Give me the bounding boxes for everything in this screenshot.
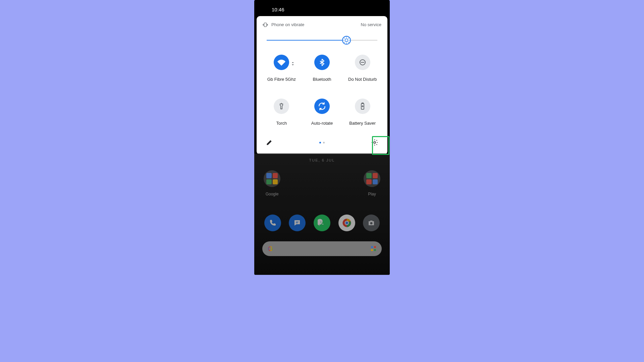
home-date: TUE, 6 JUL xyxy=(254,158,390,162)
svg-rect-15 xyxy=(362,103,363,104)
torch-tile[interactable]: Torch xyxy=(261,99,302,126)
svg-line-9 xyxy=(344,42,345,43)
folder-label: Google xyxy=(266,192,279,196)
bluetooth-icon xyxy=(314,55,330,70)
bluetooth-tile-label: Bluetooth xyxy=(313,77,331,82)
google-logo-icon: G xyxy=(268,245,273,253)
torch-icon xyxy=(274,99,289,114)
messages-app-icon[interactable] xyxy=(289,215,306,231)
auto-rotate-tile-label: Auto-rotate xyxy=(311,121,333,126)
status-bar-time: 10:46 xyxy=(272,7,284,12)
torch-tile-label: Torch xyxy=(276,121,287,126)
auto-rotate-icon xyxy=(314,99,330,114)
svg-point-23 xyxy=(345,222,348,225)
ringer-status-text: Phone on vibrate xyxy=(271,22,304,27)
chrome-app-icon[interactable] xyxy=(338,215,355,231)
google-folder[interactable]: Google xyxy=(264,170,280,196)
chevron-vertical-icon[interactable] xyxy=(291,61,294,67)
play-folder[interactable]: Play xyxy=(364,170,380,196)
battery-saver-icon xyxy=(355,99,370,114)
brightness-slider[interactable] xyxy=(267,37,377,43)
bluetooth-tile[interactable]: Bluetooth xyxy=(302,55,342,82)
phone-screen: 10:46 Phone on vibrate No service xyxy=(254,0,390,275)
home-dock xyxy=(254,215,390,231)
whatsapp-app-icon[interactable] xyxy=(314,215,330,231)
slider-fill xyxy=(267,40,346,41)
folder-icon xyxy=(364,170,380,187)
camera-app-icon[interactable] xyxy=(363,215,380,231)
folder-label: Play xyxy=(368,192,376,196)
battery-saver-tile-label: Battery Saver xyxy=(349,121,376,126)
wifi-icon xyxy=(274,55,289,70)
assistant-icon[interactable] xyxy=(371,246,376,251)
network-status-text: No service xyxy=(361,22,381,27)
quick-settings-panel: Phone on vibrate No service xyxy=(257,16,387,155)
brightness-thumb-icon[interactable] xyxy=(342,36,351,45)
auto-rotate-tile[interactable]: Auto-rotate xyxy=(302,99,342,126)
dnd-icon xyxy=(355,55,370,70)
vibrate-icon xyxy=(263,22,268,27)
svg-line-8 xyxy=(348,42,349,43)
home-clock: 10.46 xyxy=(254,138,390,155)
folder-icon xyxy=(264,170,280,187)
svg-line-10 xyxy=(348,38,349,39)
qs-tiles-grid: Gb Fibre 5Ghz Bluetooth Do Not Dist xyxy=(261,55,383,126)
svg-rect-0 xyxy=(264,23,267,26)
qs-header: Phone on vibrate No service xyxy=(261,22,383,27)
wifi-tile[interactable]: Gb Fibre 5Ghz xyxy=(261,55,302,82)
battery-saver-tile[interactable]: Battery Saver xyxy=(342,99,383,126)
dnd-tile-label: Do Not Disturb xyxy=(348,77,377,82)
google-search-bar[interactable]: G xyxy=(262,241,382,256)
wifi-tile-label: Gb Fibre 5Ghz xyxy=(267,77,296,82)
home-screen: 10.46 TUE, 6 JUL Google Play xyxy=(254,154,390,275)
home-folders-row: Google Play xyxy=(254,170,390,196)
phone-app-icon[interactable] xyxy=(264,215,281,231)
svg-line-7 xyxy=(344,38,345,39)
svg-point-24 xyxy=(370,222,373,225)
dnd-tile[interactable]: Do Not Disturb xyxy=(342,55,383,82)
